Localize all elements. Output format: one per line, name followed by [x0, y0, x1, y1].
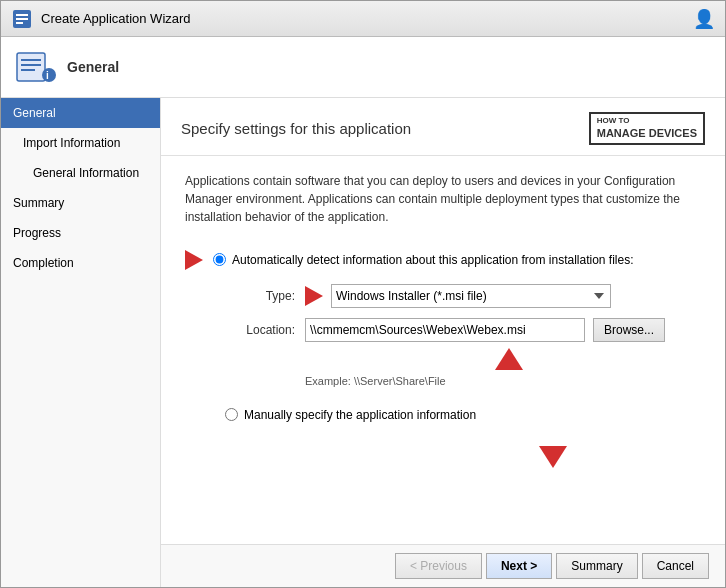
- sidebar-item-import-info[interactable]: Import Information: [1, 128, 160, 158]
- footer-btn-group: < Previous Next > Summary Cancel: [395, 553, 709, 579]
- svg-text:i: i: [46, 70, 49, 81]
- main-header: Specify settings for this application HO…: [161, 98, 725, 156]
- location-label: Location:: [225, 323, 295, 337]
- description-text: Applications contain software that you c…: [185, 172, 701, 226]
- header-icon: i: [13, 45, 57, 89]
- svg-rect-4: [17, 53, 45, 81]
- previous-button[interactable]: < Previous: [395, 553, 482, 579]
- next-button[interactable]: Next >: [486, 553, 552, 579]
- manual-radio[interactable]: [225, 408, 238, 421]
- arrow-up-icon: [495, 348, 523, 370]
- auto-detect-option-row: Automatically detect information about t…: [185, 250, 701, 270]
- type-select[interactable]: Windows Installer (*.msi file)Script Ins…: [331, 284, 611, 308]
- sidebar: General Import Information General Infor…: [1, 98, 161, 587]
- svg-rect-3: [16, 22, 23, 24]
- svg-point-8: [42, 68, 56, 82]
- auto-detect-label[interactable]: Automatically detect information about t…: [213, 253, 634, 267]
- main-body: Applications contain software that you c…: [161, 156, 725, 544]
- type-arrow-right-icon: [305, 286, 323, 306]
- content-area: General Import Information General Infor…: [1, 98, 725, 587]
- sidebar-item-summary[interactable]: Summary: [1, 188, 160, 218]
- type-control-wrapper: Windows Installer (*.msi file)Script Ins…: [305, 284, 611, 308]
- example-text: Example: \\Server\Share\File: [305, 375, 446, 387]
- subheader-title: General: [67, 59, 119, 75]
- summary-button[interactable]: Summary: [556, 553, 637, 579]
- sidebar-item-general-info[interactable]: General Information: [1, 158, 160, 188]
- svg-rect-2: [16, 18, 28, 20]
- sidebar-item-completion[interactable]: Completion: [1, 248, 160, 278]
- title-bar: Create Application Wizard 👤: [1, 1, 725, 37]
- auto-detect-radio[interactable]: [213, 253, 226, 266]
- svg-rect-1: [16, 14, 28, 16]
- arrow-right-icon: [185, 250, 203, 270]
- example-row: Example: \\Server\Share\File: [305, 374, 701, 388]
- svg-rect-6: [21, 64, 41, 66]
- type-row: Type: Windows Installer (*.msi file)Scri…: [225, 284, 701, 308]
- browse-button[interactable]: Browse...: [593, 318, 665, 342]
- logo: HOW TO MANAGE DEVICES: [589, 112, 705, 145]
- sidebar-item-general[interactable]: General: [1, 98, 160, 128]
- main-panel: Specify settings for this application HO…: [161, 98, 725, 587]
- manual-label[interactable]: Manually specify the application informa…: [225, 408, 476, 422]
- manual-option-row: Manually specify the application informa…: [225, 408, 701, 422]
- sidebar-item-progress[interactable]: Progress: [1, 218, 160, 248]
- type-label: Type:: [225, 289, 295, 303]
- location-row: Location: Browse...: [225, 318, 701, 342]
- title-bar-text: Create Application Wizard: [41, 11, 685, 26]
- location-control-wrapper: Browse...: [305, 318, 665, 342]
- svg-rect-5: [21, 59, 41, 61]
- application-wizard-window: Create Application Wizard 👤 i General Ge…: [0, 0, 726, 588]
- arrow-down-icon: [539, 446, 567, 468]
- title-bar-controls: 👤: [693, 8, 715, 30]
- user-icon: 👤: [693, 8, 715, 30]
- svg-rect-7: [21, 69, 35, 71]
- wizard-icon: [11, 8, 33, 30]
- location-input[interactable]: [305, 318, 585, 342]
- arrow-down-wrapper: [185, 446, 725, 468]
- footer: < Previous Next > Summary Cancel: [161, 544, 725, 587]
- cancel-button[interactable]: Cancel: [642, 553, 709, 579]
- main-title: Specify settings for this application: [181, 120, 411, 137]
